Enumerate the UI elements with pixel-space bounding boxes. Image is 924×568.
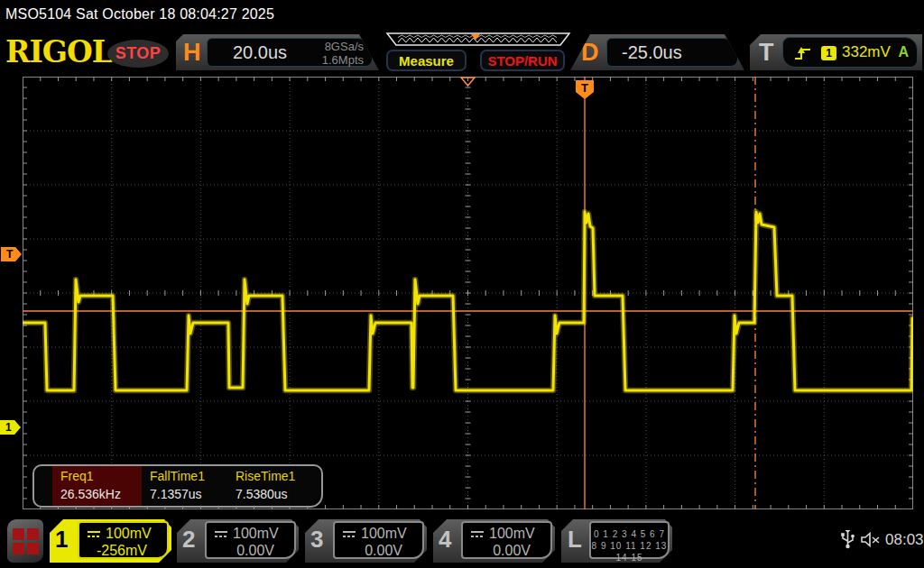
channel4-panel: 100mV 0.00V	[461, 521, 552, 559]
horizontal-block[interactable]: H 20.0us 8GSa/s 1.6Mpts	[176, 34, 379, 70]
channel2-panel: 100mV 0.00V	[205, 521, 296, 559]
measurement-label: Freq1	[60, 469, 142, 483]
dc-coupling-icon	[342, 530, 356, 539]
channel3-panel: 100mV 0.00V	[333, 521, 424, 559]
trigger-block[interactable]: T 1 332mV A	[750, 34, 922, 70]
channel-offset: 0.00V	[212, 542, 287, 559]
channel-scale: 100mV	[361, 525, 407, 542]
clock: 08:03	[885, 531, 924, 549]
measurement-falltime[interactable]: FallTime1 7.1357us	[142, 466, 227, 506]
measurement-value: 7.5380us	[236, 487, 313, 501]
logic-row2: 8 9 10 11 12 13 14 15	[591, 540, 668, 563]
trigger-level-marker[interactable]: T	[1, 247, 22, 261]
dc-coupling-icon	[87, 530, 101, 539]
measurement-label: RiseTime1	[236, 469, 313, 483]
channel-number: 4	[439, 526, 451, 554]
channel3-button[interactable]: 3 100mV 0.00V	[305, 519, 427, 563]
delay-display[interactable]: -25.0us	[606, 38, 738, 67]
channel1-reference-marker[interactable]: 1	[0, 420, 21, 435]
timebase-value: 20.0us	[233, 42, 287, 63]
channel-number: 3	[310, 526, 323, 554]
usb-icon	[840, 528, 855, 550]
trigger-level-value: 332mV	[842, 43, 891, 61]
timebase-display[interactable]: 20.0us 8GSa/s 1.6Mpts	[207, 38, 373, 67]
channel-number: 1	[55, 526, 68, 554]
acquisition-info: 8GSa/s 1.6Mpts	[322, 40, 364, 67]
delay-value: -25.0us	[622, 42, 682, 63]
channel2-button[interactable]: 2 100mV 0.00V	[177, 519, 299, 563]
channel4-button[interactable]: 4 100mV 0.00V	[433, 519, 555, 563]
logic-label: L	[568, 526, 582, 554]
oscilloscope-screen: MSO5104 Sat October 18 08:04:27 2025 RIG…	[0, 0, 924, 568]
dc-coupling-icon	[470, 530, 485, 539]
channel-offset: 0.00V	[340, 542, 415, 559]
sample-rate: 8GSa/s	[322, 40, 364, 53]
stop-run-button[interactable]: STOP/RUN	[480, 50, 565, 71]
channel1-button[interactable]: 1 100mV -256mV	[50, 519, 171, 563]
channel-number: 2	[182, 526, 195, 554]
waveform-display-area[interactable]: T	[23, 77, 913, 509]
logic-channels-button[interactable]: L 0 1 2 3 4 5 6 7 8 9 10 11 12 13 14 15	[561, 519, 672, 563]
measurement-value: 26.536kHz	[60, 487, 142, 501]
trigger-mode: A	[898, 44, 909, 60]
dc-coupling-icon	[214, 530, 228, 539]
trigger-label: T	[759, 34, 774, 70]
measurement-results-box[interactable]: Freq1 26.536kHz FallTime1 7.1357us RiseT…	[32, 464, 323, 508]
horizontal-label: H	[183, 34, 201, 70]
delay-label: D	[581, 34, 599, 70]
model-and-datetime: MSO5104 Sat October 18 08:04:27 2025	[5, 6, 274, 23]
measurement-value: 7.1357us	[150, 487, 227, 501]
rigol-logo: RIGOL	[5, 34, 112, 69]
waveform-preview-strip[interactable]	[374, 32, 571, 47]
trigger-display[interactable]: 1 332mV A	[782, 37, 918, 68]
trigger-edge-icon	[793, 45, 813, 61]
grid-icon	[13, 528, 39, 554]
channel-scale: 100mV	[233, 525, 279, 542]
channel-scale: 100mV	[489, 525, 535, 542]
logic-panel: 0 1 2 3 4 5 6 7 8 9 10 11 12 13 14 15	[589, 521, 670, 559]
measurement-freq[interactable]: Freq1 26.536kHz	[52, 466, 142, 506]
trigger-source-badge: 1	[821, 46, 836, 60]
channel-offset: -256mV	[85, 542, 160, 559]
delay-block[interactable]: D -25.0us	[570, 34, 744, 70]
memory-depth: 1.6Mpts	[322, 53, 364, 67]
channel-scale: 100mV	[106, 525, 152, 542]
measurement-risetime[interactable]: RiseTime1 7.5380us	[227, 466, 313, 506]
logic-row1: 0 1 2 3 4 5 6 7	[591, 528, 668, 540]
channel-offset: 0.00V	[468, 542, 543, 559]
svg-text:T: T	[581, 81, 588, 95]
measurement-label: FallTime1	[150, 469, 227, 483]
channel1-panel: 100mV -256mV	[78, 521, 169, 559]
measure-button[interactable]: Measure	[386, 50, 467, 71]
menu-grid-button[interactable]	[7, 519, 43, 563]
speaker-muted-icon[interactable]	[860, 531, 882, 548]
run-state-badge[interactable]: STOP	[107, 40, 169, 68]
